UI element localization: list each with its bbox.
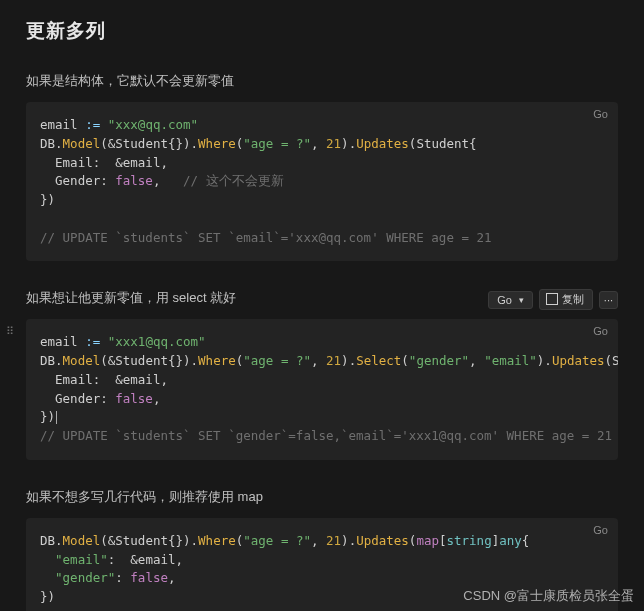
code-block-3-wrap: Go DB.Model(&Student{}).Where("age = ?",…	[26, 518, 618, 611]
lang-select-button[interactable]: Go	[488, 291, 533, 309]
copy-icon	[548, 295, 558, 305]
lang-label: Go	[593, 325, 608, 337]
code-block-2-wrap: ⠿ Go 复制 ··· Go email := "xxx1@qq.com" DB…	[26, 319, 618, 460]
text-cursor	[56, 411, 57, 424]
code-block-1-wrap: Go email := "xxx@qq.com" DB.Model(&Stude…	[26, 102, 618, 261]
lang-label: Go	[593, 524, 608, 536]
more-button[interactable]: ···	[599, 291, 618, 309]
code-toolbar: Go 复制 ···	[488, 289, 618, 310]
section-1-text: 如果是结构体，它默认不会更新零值	[26, 72, 618, 90]
section-3-text: 如果不想多写几行代码，则推荐使用 map	[26, 488, 618, 506]
drag-handle-icon[interactable]: ⠿	[6, 325, 12, 338]
copy-button[interactable]: 复制	[539, 289, 593, 310]
page-title: 更新多列	[26, 18, 618, 44]
code-block-3[interactable]: DB.Model(&Student{}).Where("age = ?", 21…	[26, 518, 618, 611]
lang-label: Go	[593, 108, 608, 120]
code-block-2[interactable]: email := "xxx1@qq.com" DB.Model(&Student…	[26, 319, 618, 460]
code-block-1[interactable]: email := "xxx@qq.com" DB.Model(&Student{…	[26, 102, 618, 261]
